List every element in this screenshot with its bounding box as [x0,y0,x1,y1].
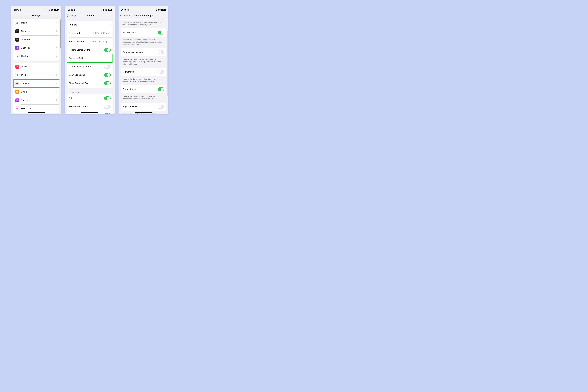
signal-bars-icon [155,9,157,10]
row-label: Portrait Zoom [122,88,158,90]
chevron-left-icon [66,14,68,17]
signal-bars-icon [48,9,50,10]
toggle-volume-burst[interactable] [104,65,111,68]
scrollbar[interactable] [114,19,114,66]
toggle-detected-text[interactable] [104,82,111,85]
settings-list[interactable]: Maps Compass Measure [11,19,61,114]
svg-point-29 [17,108,18,109]
svg-point-25 [17,100,18,100]
chevron-right-icon [56,30,57,32]
photos-icon [15,73,20,77]
section-footer-exposure: Preserve the exposure adjustment rather … [118,58,168,66]
settings-row-compass[interactable]: Compass [14,27,59,36]
health-icon [15,54,20,58]
toggle-view-outside[interactable] [104,113,111,114]
row-label: Use Volume Up for Burst [69,65,104,68]
phone-camera-settings: 10:48 5G 87 Settings Camera Formats Reco… [65,6,114,114]
section-footer-macro: Preserve the Auto Macro setting rather t… [118,38,168,46]
chevron-right-icon [110,40,111,43]
page-title: Settings [32,14,40,17]
chevron-right-icon [56,108,57,110]
settings-row-photos[interactable]: Photos [14,71,59,79]
camera-row-mirror-front: Mirror Front Camera [67,102,112,111]
sim-icon [20,9,22,11]
toggle-exposure-adjustment[interactable] [158,50,164,54]
nav-back-button[interactable]: Settings [66,13,76,18]
settings-row-books[interactable]: Books [14,88,59,96]
settings-row-health[interactable]: Health [14,52,59,60]
nav-back-label: Camera [122,14,130,17]
toggle-macro-control[interactable] [158,30,164,34]
camera-row-stereo-sound: Record Stereo Sound [67,46,112,54]
camera-settings-list[interactable]: Formats Record Video 1080p at 60 fps Rec… [65,18,114,114]
row-label: Compass [21,30,56,32]
preserve-row-portrait-zoom: Portrait Zoom [120,85,166,94]
camera-row-formats[interactable]: Formats [67,21,112,29]
settings-row-maps[interactable]: Maps [14,19,59,27]
nav-back-button[interactable]: Camera [120,13,130,18]
toggle-night-mode[interactable] [158,70,164,74]
books-icon [15,90,19,94]
home-indicator[interactable] [28,112,45,113]
shortcuts-icon [15,46,19,50]
toggle-creative-controls[interactable] [158,18,164,20]
battery-icon: 87 [161,9,166,11]
camera-row-volume-burst: Use Volume Up for Burst [67,62,112,71]
chevron-right-icon [110,57,111,60]
toggle-grid[interactable] [104,96,111,100]
navbar: Camera Preserve Settings [118,13,168,18]
row-label: Exposure Adjustment [122,51,158,54]
row-label: Health [21,55,56,58]
row-label: Show Detected Text [69,82,104,85]
settings-row-game-center[interactable]: Game Center [14,104,59,113]
toggle-scan-qr[interactable] [104,73,111,77]
settings-row-camera[interactable]: Camera [14,79,59,88]
chevron-right-icon [56,22,57,24]
row-label: Grid [69,97,104,100]
chevron-right-icon [56,38,57,41]
chevron-right-icon [56,99,57,102]
camera-row-record-slomo[interactable]: Record Slo-mo 1080p at 240 fps [67,37,112,46]
toggle-mirror-front[interactable] [104,105,111,109]
row-label: Photos [21,74,56,76]
toggle-portrait-zoom[interactable] [158,87,164,91]
section-footer-creative: Preserve the last used filter, aspect ra… [118,20,168,26]
camera-row-record-video[interactable]: Record Video 1080p at 60 fps [67,29,112,37]
row-label: Measure [21,38,56,41]
podcasts-icon [15,98,19,102]
home-indicator[interactable] [81,112,98,113]
section-footer-portrait-zoom: Preserve the Portrait mode zoom rather t… [118,94,168,100]
navbar: Settings [11,13,61,19]
preserve-row-macro-control: Macro Control [120,28,166,37]
row-label: Apple ProRAW [122,106,158,108]
battery-icon: 87 [54,9,58,11]
toggle-apple-proraw[interactable] [158,105,164,109]
maps-icon [15,21,20,25]
settings-row-podcasts[interactable]: Podcasts [14,96,59,104]
preserve-settings-list[interactable]: Preserve the last used filter, aspect ra… [118,18,168,114]
network-label: 5G [105,9,107,11]
row-label: Record Video [69,32,93,34]
home-indicator[interactable] [135,112,152,113]
sim-icon [127,9,129,11]
preserve-row-proraw: Apple ProRAW [120,102,166,111]
status-bar: 10:47 5G 87 [11,6,61,13]
settings-row-music[interactable]: Music [14,62,59,71]
settings-row-measure[interactable]: Measure [14,36,59,44]
camera-row-preserve-settings[interactable]: Preserve Settings [67,54,112,62]
toggle-stereo-sound[interactable] [104,48,111,52]
chevron-right-icon [110,32,111,34]
row-value: 1080p at 60 fps [93,32,108,34]
chevron-right-icon [56,82,57,85]
row-label: Camera [21,82,56,85]
status-bar: 10:48 5G 87 [65,6,114,13]
scrollbar[interactable] [168,31,168,96]
row-label: Record Stereo Sound [69,48,104,51]
svg-rect-1 [21,10,21,10]
settings-row-shortcuts[interactable]: Shortcuts [14,44,59,52]
chevron-right-icon [110,24,111,26]
row-label: Books [21,90,56,93]
row-label: Night Mode [122,70,158,73]
network-label: 5G [51,9,54,11]
scrollbar[interactable] [60,20,61,48]
